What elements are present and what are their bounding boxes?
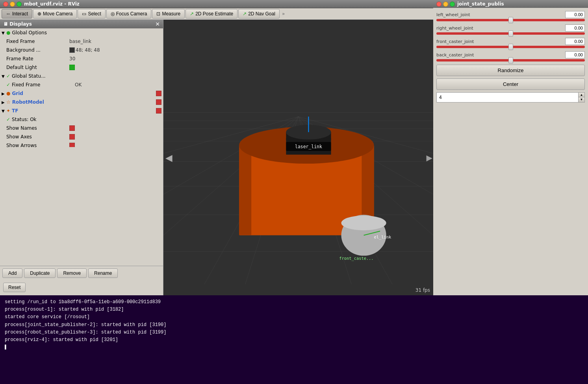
- 3d-viewport[interactable]: laser_link front_caste... el_link ◀: [163, 20, 433, 295]
- displays-icon: 🖥: [3, 21, 8, 27]
- toolbar: ↔ Interact ⊕ Move Camera ▭ Select ◎ Focu…: [0, 8, 433, 20]
- center-button[interactable]: Center: [436, 78, 585, 90]
- background-row[interactable]: Background ... 48; 48; 48: [0, 46, 163, 54]
- interact-icon: ↔: [6, 11, 11, 17]
- svg-text:laser_link: laser_link: [295, 144, 322, 149]
- grid-arrow: ▶: [2, 91, 6, 96]
- displays-buttons: Add Duplicate Remove Rename: [0, 266, 163, 280]
- grid-row[interactable]: ▶ ● Grid: [0, 89, 163, 98]
- rviz-title-bar: mbot_urdf.rviz - RViz: [0, 0, 433, 8]
- front-caster-joint-thumb[interactable]: [508, 44, 513, 50]
- focus-camera-button[interactable]: ◎ Focus Camera: [106, 9, 152, 19]
- left-wheel-joint-row: left_wheel_joint: [436, 11, 585, 21]
- front-caster-joint-name: front_caster_joint: [436, 39, 474, 44]
- pose-estimate-button[interactable]: ↗ 2D Pose Estimate: [185, 9, 237, 19]
- nav-goal-button[interactable]: ↗ 2D Nav Goal: [238, 9, 280, 19]
- window-controls: [3, 2, 22, 7]
- front-caster-joint-slider[interactable]: [436, 46, 585, 48]
- background-swatch: [69, 47, 75, 53]
- back-caster-joint-slider[interactable]: [436, 59, 585, 62]
- fixed-frame-row[interactable]: Fixed Frame base_link: [0, 37, 163, 46]
- displays-tree[interactable]: ▼ ● Global Options Fixed Frame base_link: [0, 28, 163, 147]
- reset-button[interactable]: Reset: [3, 283, 26, 292]
- joint-min-btn[interactable]: [443, 2, 448, 7]
- front-caster-joint-value[interactable]: [565, 38, 585, 45]
- global-options-arrow: ▼: [2, 31, 6, 35]
- joint-title-text: joint_state_publis: [457, 1, 504, 7]
- nav-right-arrow[interactable]: ▶: [427, 153, 432, 162]
- console-line-3: process[joint_state_publisher-2]: starte…: [5, 321, 583, 329]
- default-light-row[interactable]: Default Light: [0, 63, 163, 72]
- grid-icon: ●: [6, 91, 10, 96]
- svg-text:◀: ◀: [165, 153, 173, 163]
- robotmodel-row[interactable]: ▶ ☆ RobotModel: [0, 98, 163, 106]
- frame-rate-row[interactable]: Frame Rate 30: [0, 54, 163, 63]
- tf-row[interactable]: ▼ ✦ TF: [0, 106, 163, 115]
- back-caster-joint-thumb[interactable]: [508, 57, 513, 63]
- randomize-button[interactable]: Randomize: [436, 65, 585, 76]
- displays-title: 🖥 Displays: [3, 21, 32, 27]
- sidebar-close-button[interactable]: ✕: [155, 21, 160, 27]
- default-light-checkbox[interactable]: [69, 65, 75, 70]
- duplicate-button[interactable]: Duplicate: [24, 268, 56, 278]
- max-btn[interactable]: [17, 2, 22, 7]
- back-caster-joint-value[interactable]: [565, 51, 585, 58]
- svg-rect-20: [239, 145, 251, 235]
- robotmodel-checkbox[interactable]: [156, 99, 161, 105]
- spin-up-button[interactable]: ▲: [578, 93, 584, 97]
- min-btn[interactable]: [10, 2, 15, 7]
- speed-spinbox-input[interactable]: [437, 93, 578, 102]
- move-camera-button[interactable]: ⊕ Move Camera: [33, 9, 77, 19]
- tf-status-row[interactable]: ✓ Status: Ok: [0, 115, 163, 124]
- left-wheel-joint-name: left_wheel_joint: [436, 12, 470, 17]
- left-wheel-joint-slider[interactable]: [436, 19, 585, 21]
- spin-down-button[interactable]: ▼: [578, 97, 584, 102]
- left-wheel-joint-value[interactable]: [565, 11, 585, 18]
- right-wheel-joint-slider[interactable]: [436, 32, 585, 35]
- add-button[interactable]: Add: [2, 268, 22, 278]
- global-options-row[interactable]: ▼ ● Global Options: [0, 28, 163, 37]
- pose-estimate-icon: ↗: [190, 11, 194, 17]
- console-cursor: ▌: [5, 344, 583, 351]
- show-axes-checkbox[interactable]: [69, 134, 75, 140]
- select-button[interactable]: ▭ Select: [78, 9, 105, 19]
- reset-area: Reset: [0, 280, 163, 295]
- background-value: 48; 48; 48: [76, 47, 100, 53]
- global-options-icon: ●: [6, 30, 10, 35]
- show-axes-label: Show Axes: [6, 134, 69, 140]
- grid-checkbox[interactable]: [156, 91, 161, 96]
- right-wheel-joint-value[interactable]: [565, 24, 585, 32]
- sidebar-empty: [0, 147, 163, 266]
- tf-status-checkmark: ✓: [6, 117, 10, 122]
- robotmodel-icon: ☆: [6, 99, 11, 105]
- interact-button[interactable]: ↔ Interact: [2, 9, 32, 19]
- global-options-label: Global Options: [12, 30, 75, 35]
- front-caster-joint-row: front_caster_joint: [436, 38, 585, 48]
- fixed-frame-status-row[interactable]: ✓ Fixed Frame OK: [0, 80, 163, 89]
- rviz-window: mbot_urdf.rviz - RViz ↔ Interact ⊕ Move …: [0, 0, 433, 295]
- measure-button[interactable]: ⊡ Measure: [152, 9, 185, 19]
- speed-spinbox[interactable]: ▲ ▼: [436, 92, 585, 103]
- show-arrows-label: Show Arrows: [6, 143, 69, 147]
- rviz-title-text: mbot_urdf.rviz - RViz: [24, 1, 80, 7]
- show-names-checkbox[interactable]: [69, 125, 75, 131]
- show-names-label: Show Names: [6, 125, 69, 131]
- right-wheel-joint-thumb[interactable]: [508, 30, 513, 37]
- global-status-row[interactable]: ▼ ✓ Global Statu...: [0, 72, 163, 80]
- show-arrows-checkbox[interactable]: [69, 143, 75, 147]
- remove-button[interactable]: Remove: [57, 268, 87, 278]
- joint-close-btn[interactable]: [436, 2, 441, 7]
- close-btn[interactable]: [3, 2, 8, 7]
- back-caster-joint-name: back_caster_joint: [436, 52, 474, 58]
- joint-max-btn[interactable]: [450, 2, 455, 7]
- show-arrows-row[interactable]: Show Arrows: [0, 141, 163, 147]
- left-wheel-joint-thumb[interactable]: [508, 17, 513, 23]
- show-names-row[interactable]: Show Names: [0, 124, 163, 132]
- move-camera-icon: ⊕: [37, 11, 41, 17]
- spinbox-arrows: ▲ ▼: [578, 93, 584, 102]
- focus-camera-icon: ◎: [111, 11, 115, 17]
- nav-goal-icon: ↗: [243, 11, 247, 17]
- tf-checkbox[interactable]: [156, 108, 161, 114]
- show-axes-row[interactable]: Show Axes: [0, 132, 163, 141]
- rename-button[interactable]: Rename: [88, 268, 118, 278]
